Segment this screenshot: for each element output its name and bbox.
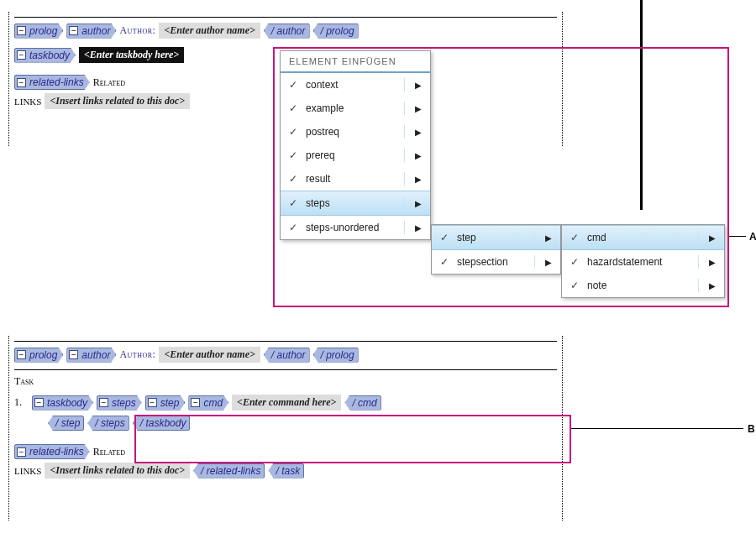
collapse-icon[interactable]: − — [17, 350, 26, 359]
tag-label: related-links — [29, 446, 84, 458]
taskbody-placeholder[interactable]: <Enter taskbody here> — [79, 47, 184, 63]
separator — [404, 172, 405, 186]
menu-item-steps[interactable]: ✓steps▶ — [281, 191, 430, 216]
submenu-arrow-icon: ▶ — [415, 104, 423, 113]
links-label: links — [14, 97, 41, 107]
tag-author-close[interactable]: / author — [264, 24, 310, 39]
tag-cmd-open[interactable]: −cmd — [188, 395, 228, 411]
author-label: Author: — [119, 348, 155, 361]
check-icon: ✓ — [438, 256, 450, 268]
separator — [698, 231, 699, 244]
collapse-icon[interactable]: − — [191, 398, 200, 407]
menu-item-note[interactable]: ✓note▶ — [562, 274, 724, 297]
tag-taskbody-open[interactable]: −taskbody — [14, 48, 76, 63]
check-icon: ✓ — [569, 280, 580, 291]
author-placeholder[interactable]: <Enter author name> — [159, 347, 260, 363]
tag-label: taskbody — [29, 50, 70, 61]
canvas: −prolog −author Author: <Enter author na… — [0, 0, 756, 544]
tag-label: author — [81, 25, 110, 37]
context-menu-sub1[interactable]: ✓step▶ ✓stepsection▶ — [431, 224, 561, 275]
check-icon: ✓ — [438, 232, 450, 243]
tag-taskbody-open[interactable]: −taskbody — [32, 395, 93, 411]
collapse-icon[interactable]: − — [69, 26, 78, 35]
tag-prolog-open[interactable]: −prolog — [14, 348, 63, 363]
tag-author-open[interactable]: −author — [66, 24, 116, 39]
menu-item-label: prereq — [306, 149, 394, 161]
tag-author-close[interactable]: / author — [264, 348, 310, 363]
prolog-row-top: −prolog −author Author: <Enter author na… — [14, 23, 557, 39]
menu-item-steps-unordered[interactable]: ✓steps-unordered▶ — [281, 216, 430, 239]
tag-label: / step — [55, 417, 80, 429]
collapse-icon[interactable]: − — [99, 398, 108, 407]
related-label: Related — [93, 76, 125, 89]
divider — [14, 17, 557, 18]
menu-item-stepsection[interactable]: ✓stepsection▶ — [432, 250, 560, 274]
menu-item-result[interactable]: ✓result▶ — [281, 167, 430, 191]
tag-label: / task — [276, 465, 300, 477]
tag-label: steps — [112, 397, 136, 409]
submenu-arrow-icon: ▶ — [709, 233, 717, 243]
links-placeholder[interactable]: <Insert links related to this doc> — [45, 463, 190, 479]
relatedlinks-row-bottom: −related-links Related — [14, 444, 557, 459]
menu-item-cmd[interactable]: ✓cmd▶ — [562, 225, 724, 250]
submenu-arrow-icon: ▶ — [415, 199, 423, 208]
collapse-icon[interactable]: − — [148, 398, 157, 407]
tag-step-open[interactable]: −step — [145, 395, 186, 411]
collapse-icon[interactable]: − — [17, 447, 26, 457]
check-icon: ✓ — [287, 173, 299, 185]
tag-taskbody-close[interactable]: / taskbody — [133, 416, 191, 431]
collapse-icon[interactable]: − — [34, 398, 44, 407]
collapse-icon[interactable]: − — [17, 78, 26, 87]
menu-item-label: context — [306, 79, 394, 91]
context-menu-sub2[interactable]: ✓cmd▶ ✓hazardstatement▶ ✓note▶ — [561, 224, 725, 298]
menu-item-example[interactable]: ✓example▶ — [281, 97, 430, 120]
tag-prolog-open[interactable]: −prolog — [14, 24, 63, 39]
tag-label: author — [81, 349, 110, 361]
task-heading: Task — [14, 375, 557, 388]
tag-prolog-close[interactable]: / prolog — [313, 348, 359, 363]
tag-label: related-links — [29, 76, 84, 88]
tag-author-open[interactable]: −author — [66, 348, 116, 363]
separator — [404, 78, 405, 92]
tag-label: / cmd — [352, 397, 376, 409]
submenu-arrow-icon: ▶ — [415, 128, 423, 137]
tag-cmd-close[interactable]: / cmd — [344, 395, 381, 411]
check-icon: ✓ — [287, 126, 299, 138]
links-placeholder[interactable]: <Insert links related to this doc> — [45, 93, 190, 109]
separator — [404, 196, 405, 210]
author-placeholder[interactable]: <Enter author name> — [159, 23, 260, 39]
tag-steps-open[interactable]: −steps — [97, 395, 142, 411]
submenu-arrow-icon: ▶ — [545, 233, 554, 243]
menu-item-label: hazardstatement — [587, 256, 688, 268]
collapse-icon[interactable]: − — [17, 26, 26, 35]
menu-item-prereq[interactable]: ✓prereq▶ — [281, 144, 430, 167]
context-menu-main[interactable]: Element einfügen ✓context▶ ✓example▶ ✓po… — [280, 50, 431, 240]
tag-label: step — [160, 397, 180, 409]
menu-item-hazardstatement[interactable]: ✓hazardstatement▶ — [562, 250, 724, 274]
collapse-icon[interactable]: − — [17, 50, 26, 60]
tag-label: prolog — [29, 25, 57, 37]
tag-relatedlinks-open[interactable]: −related-links — [14, 444, 90, 459]
check-icon: ✓ — [287, 102, 299, 114]
menu-item-step[interactable]: ✓step▶ — [432, 225, 560, 250]
tag-prolog-close[interactable]: / prolog — [313, 24, 359, 39]
step-row-2: / step / steps / taskbody — [48, 416, 557, 431]
collapse-icon[interactable]: − — [69, 350, 78, 359]
submenu-arrow-icon: ▶ — [415, 223, 423, 233]
separator — [404, 221, 405, 234]
callout-a: A — [749, 231, 756, 243]
separator — [404, 125, 405, 139]
check-icon: ✓ — [287, 222, 299, 233]
menu-item-postreq[interactable]: ✓postreq▶ — [281, 120, 430, 144]
tag-label: / prolog — [321, 349, 354, 361]
separator — [404, 102, 405, 115]
cmd-placeholder[interactable]: <Enter command here> — [232, 395, 341, 411]
tag-relatedlinks-close[interactable]: / related-links — [193, 463, 265, 479]
tag-steps-close[interactable]: / steps — [87, 416, 129, 431]
tag-task-close[interactable]: / task — [268, 463, 304, 479]
separator — [404, 149, 405, 162]
tag-relatedlinks-open[interactable]: −related-links — [14, 75, 90, 90]
tag-step-close[interactable]: / step — [48, 416, 84, 431]
tag-label: / steps — [95, 417, 124, 429]
menu-item-context[interactable]: ✓context▶ — [281, 73, 430, 97]
